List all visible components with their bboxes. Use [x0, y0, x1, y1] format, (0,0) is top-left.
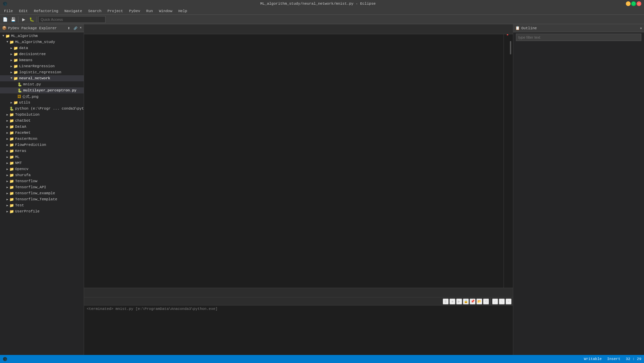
menu-edit[interactable]: Edit: [16, 8, 30, 14]
status-left: 🌑: [3, 357, 7, 361]
tree-icon: 📁: [9, 131, 14, 135]
tree-item[interactable]: 🖼公式.png: [0, 93, 84, 99]
tree-label: shurufa: [15, 173, 31, 177]
tree-icon: 📁: [13, 52, 18, 56]
tree-arrow-icon: ▶: [5, 179, 9, 183]
outline-icon: 📋: [515, 26, 520, 30]
minimize-console-button[interactable]: ⤡: [499, 298, 505, 305]
tree-item[interactable]: ▶📁Opencv: [0, 166, 84, 172]
new-button[interactable]: 📄: [1, 16, 9, 23]
tree-item[interactable]: ▶📁UserProfile: [0, 208, 84, 214]
tree-label: ML: [15, 155, 19, 159]
tree-icon: 🐍: [17, 82, 22, 87]
word-wrap-button[interactable]: ⟲: [483, 298, 489, 305]
clear-console-button[interactable]: 🗑: [443, 298, 449, 305]
tree-label: NMT: [15, 161, 22, 165]
tree-item[interactable]: 🐍multilayer_perceptron.py: [0, 87, 84, 93]
link-editor-button[interactable]: 🔗: [73, 26, 78, 31]
quick-access-input[interactable]: [38, 16, 106, 23]
cursor-position: 32 : 29: [626, 357, 641, 361]
tree-item[interactable]: ▶📁Tensorflow: [0, 178, 84, 184]
tree-item[interactable]: ▶📁NMT: [0, 160, 84, 166]
outline-close-button[interactable]: ✕: [640, 26, 642, 30]
menu-help[interactable]: Help: [176, 8, 190, 14]
tree-arrow-icon: ▶: [5, 167, 9, 171]
close-console-button[interactable]: ✕: [506, 298, 512, 305]
code-editor[interactable]: [84, 34, 513, 288]
writable-status: Writable: [584, 357, 602, 361]
tree-item[interactable]: ▶📁Tensorflow_Template: [0, 196, 84, 202]
tree-item[interactable]: ▶📁shurufa: [0, 172, 84, 178]
status-right: Writable Insert 32 : 29: [584, 357, 641, 361]
vertical-scrollbar[interactable]: [508, 34, 513, 288]
terminate-button[interactable]: ■: [449, 298, 455, 305]
tree-arrow-icon: ▶: [5, 119, 9, 123]
tree-label: LinearRegression: [19, 64, 55, 68]
run-again-button[interactable]: ▶: [456, 298, 462, 305]
tree-item[interactable]: ▶📁ML: [0, 154, 84, 160]
menu-navigate[interactable]: Navigate: [62, 8, 85, 14]
tree-icon: 📁: [9, 149, 14, 153]
tree-item[interactable]: ▶📁utils: [0, 99, 84, 106]
panel-close-button[interactable]: ✕: [80, 26, 82, 31]
tree-item[interactable]: ▶📁Test: [0, 202, 84, 208]
maximize-console-button[interactable]: ⤢: [492, 298, 498, 305]
tree-item[interactable]: ▶📁FasterRcnn: [0, 136, 84, 142]
tree-item[interactable]: ▶📁data: [0, 45, 84, 51]
tree-arrow-icon: ▶: [5, 192, 9, 195]
outline-header: 📋 Outline ✕: [513, 24, 644, 32]
menu-refactoring[interactable]: Refactoring: [31, 8, 61, 14]
minimize-button[interactable]: ─: [626, 1, 631, 6]
main-content: 📦 PyDev Package Explorer ⬆ 🔗 ✕ ▼📁ML_algo…: [0, 24, 644, 355]
console-text: <terminated> mnist.py [e:\ProgramData\An…: [87, 307, 217, 311]
console-output: <terminated> mnist.py [e:\ProgramData\An…: [84, 306, 513, 355]
tree-label: FasterRcnn: [15, 137, 37, 141]
save-button[interactable]: 💾: [9, 16, 17, 23]
tree-item[interactable]: ▼📁neural_network: [0, 75, 84, 81]
tree-item[interactable]: ▶📁FlowPrediction: [0, 142, 84, 148]
tree-item[interactable]: ▶📁TopSolution: [0, 112, 84, 118]
close-button[interactable]: ✕: [637, 1, 641, 6]
menu-window[interactable]: Window: [156, 8, 175, 14]
tree-item[interactable]: ▶📁tensorflow_example: [0, 190, 84, 196]
tree-icon: 📁: [9, 185, 14, 190]
open-console-button[interactable]: 📂: [476, 298, 482, 305]
scroll-lock-button[interactable]: 🔒: [463, 298, 469, 305]
outline-search-input[interactable]: [516, 34, 641, 41]
menu-file[interactable]: File: [1, 8, 15, 14]
maximize-button[interactable]: □: [631, 1, 636, 6]
tree-item[interactable]: ▶📁Keras: [0, 148, 84, 154]
eclipse-icon: 🌑: [3, 2, 7, 6]
tree-item[interactable]: ▶📁Tensorflow_API: [0, 184, 84, 190]
menu-pydev[interactable]: PyDev: [126, 8, 143, 14]
tree-item[interactable]: ▶📁decisiontree: [0, 51, 84, 57]
editor-area: 🗑 ■ ▶ 🔒 📌 📂 ⟲ ⤢ ⤡ ✕ <terminated> mnist.p…: [84, 24, 513, 355]
tree-icon: 📁: [13, 58, 18, 63]
menu-run[interactable]: Run: [144, 8, 156, 14]
debug-button[interactable]: 🐛: [28, 16, 35, 23]
code-content[interactable]: [99, 34, 504, 288]
outline-title: Outline: [521, 26, 639, 30]
pin-console-button[interactable]: 📌: [470, 298, 476, 305]
tree-item[interactable]: ▶📁FaceNet: [0, 130, 84, 136]
tree-item[interactable]: ▶📁LinearRegression: [0, 63, 84, 69]
tree-item[interactable]: ▼📁ML_algorithm: [0, 33, 84, 39]
tree-item[interactable]: 🐍python (e:\Progr ... conda3\python.exe): [0, 106, 84, 112]
tree-item[interactable]: ▼📁ML_algorithm_study: [0, 39, 84, 45]
tree-label: UserProfile: [15, 209, 40, 213]
tree-item[interactable]: 🐍mnist.py: [0, 81, 84, 87]
toolbar: 📄 💾 ▶ 🐛: [0, 15, 644, 24]
scroll-thumb[interactable]: [510, 41, 511, 54]
tree-arrow-icon: ▼: [5, 40, 9, 44]
tree-item[interactable]: ▶📁kmeans: [0, 57, 84, 63]
collapse-all-button[interactable]: ⬆: [66, 26, 72, 31]
tree-label: Opencv: [15, 167, 29, 171]
tree-item[interactable]: ▶📁DataA: [0, 124, 84, 130]
tree-item[interactable]: ▶📁chatbot: [0, 118, 84, 124]
tree-item[interactable]: ▶📁logistic_regression: [0, 69, 84, 75]
tree-label: Tensorflow_Template: [15, 197, 57, 201]
package-explorer-header: 📦 PyDev Package Explorer ⬆ 🔗 ✕: [0, 24, 84, 32]
run-button[interactable]: ▶: [20, 16, 27, 23]
menu-search[interactable]: Search: [85, 8, 104, 14]
menu-project[interactable]: Project: [105, 8, 126, 14]
